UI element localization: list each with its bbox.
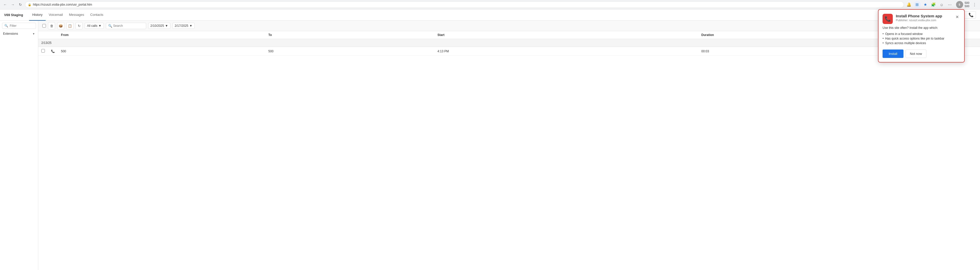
pwa-popup-header: 📞 Install Phone System app Publisher: nz… bbox=[878, 10, 964, 26]
chevron-down-icon: ▼ bbox=[32, 32, 35, 35]
date-from-chevron-icon: ▼ bbox=[165, 24, 168, 27]
pwa-close-button[interactable]: ✕ bbox=[954, 14, 960, 20]
tab-voicemail[interactable]: Voicemail bbox=[46, 10, 66, 21]
date-to-chevron-icon: ▼ bbox=[189, 24, 192, 27]
row-checkbox-cell bbox=[38, 47, 48, 56]
search-input[interactable] bbox=[113, 24, 144, 27]
reload-button[interactable]: ↻ bbox=[18, 2, 24, 8]
address-bar[interactable]: 🔒 https://nzuszt.vodia-pbx.com/usr_porta… bbox=[25, 1, 904, 8]
forward-button[interactable]: → bbox=[10, 2, 16, 8]
user-info: 5 500 500 ⋮ bbox=[956, 1, 978, 8]
search-icon: 🔍 bbox=[108, 24, 112, 28]
user-count: 500 500 bbox=[965, 1, 969, 8]
extensions-label: Extensions bbox=[3, 32, 18, 35]
install-button[interactable]: Install bbox=[883, 50, 904, 58]
pwa-popup-title: Install Phone System app bbox=[896, 14, 951, 18]
pwa-features-list: Opens in a focused window Has quick acce… bbox=[883, 32, 960, 45]
col-from: From bbox=[58, 31, 265, 39]
call-type-cell: 📞 bbox=[48, 47, 58, 56]
delete-button[interactable]: 🗑 bbox=[48, 22, 55, 29]
sidebar-search: 🔍 bbox=[2, 23, 36, 29]
calls-table: From To Start Duration 2/13/25 bbox=[38, 31, 980, 56]
filter-input[interactable] bbox=[10, 24, 34, 27]
search-box: 🔍 bbox=[106, 23, 146, 29]
url-text: https://nzuszt.vodia-pbx.com/usr_portal.… bbox=[33, 3, 92, 6]
app-container: V69 Staging History Voicemail Messages C… bbox=[0, 10, 980, 270]
browser-right-icons: 🔔 ⊞ ★ 🧩 ☺ ⋯ bbox=[905, 1, 953, 8]
filter-label: All calls bbox=[87, 24, 97, 27]
nav-tabs: History Voicemail Messages Contacts bbox=[29, 10, 107, 21]
profile-button[interactable]: ☺ bbox=[938, 1, 945, 8]
extensions-group: Extensions ▼ bbox=[2, 31, 36, 37]
col-start: Start bbox=[434, 31, 698, 39]
user-menu-button[interactable]: ⋮ bbox=[971, 1, 978, 8]
pwa-feature-1: Opens in a focused window bbox=[883, 32, 960, 36]
browser-toolbar: ← → ↻ 🔒 https://nzuszt.vodia-pbx.com/usr… bbox=[0, 0, 980, 9]
pwa-popup-body: Use this site often? Install the app whi… bbox=[878, 26, 964, 62]
content-area: 🔍 Extensions ▼ 🗑 📦 📋 ↻ All calls bbox=[0, 21, 980, 270]
archive-button[interactable]: 📦 bbox=[57, 22, 64, 29]
app-logo: V69 Staging bbox=[4, 13, 23, 17]
date-from-picker[interactable]: 2/10/2025 ▼ bbox=[148, 23, 170, 29]
pwa-feature-2: Has quick access options like pin to tas… bbox=[883, 36, 960, 41]
col-icon bbox=[48, 31, 58, 39]
pwa-description: Use this site often? Install the app whi… bbox=[883, 26, 960, 30]
incoming-call-icon: 📞 bbox=[51, 50, 55, 53]
install-app-button[interactable]: ⊞ bbox=[914, 1, 921, 8]
date-group-label: 2/13/25 bbox=[38, 39, 980, 47]
sidebar-search-icon: 🔍 bbox=[4, 24, 8, 27]
top-nav: V69 Staging History Voicemail Messages C… bbox=[0, 10, 980, 21]
pwa-title-area: Install Phone System app Publisher: nzus… bbox=[896, 14, 951, 22]
pwa-popup: 📞 Install Phone System app Publisher: nz… bbox=[878, 9, 965, 62]
notifications-button[interactable]: 🔔 bbox=[905, 1, 913, 8]
date-group-row: 2/13/25 bbox=[38, 39, 980, 47]
row-checkbox[interactable] bbox=[41, 49, 45, 53]
tab-messages[interactable]: Messages bbox=[66, 10, 87, 21]
extensions-header[interactable]: Extensions ▼ bbox=[2, 31, 36, 37]
call-button[interactable]: 📞 bbox=[966, 11, 976, 18]
filter-chevron-icon: ▼ bbox=[99, 24, 102, 27]
table-body: 2/13/25 📞 500 500 4:13 PM bbox=[38, 39, 980, 56]
pwa-feature-3: Syncs across multiple devices bbox=[883, 41, 960, 45]
tab-history[interactable]: History bbox=[29, 10, 45, 21]
col-checkbox bbox=[38, 31, 48, 39]
more-button[interactable]: ⋯ bbox=[946, 1, 953, 8]
lock-icon: 🔒 bbox=[28, 3, 31, 6]
toolbar: 🗑 📦 📋 ↻ All calls ▼ 🔍 2/10/2025 ▼ 2/17 bbox=[38, 21, 980, 31]
date-to-label: 2/17/2025 bbox=[175, 24, 188, 27]
to-cell: 500 bbox=[265, 47, 434, 56]
avatar: 5 bbox=[956, 1, 963, 8]
not-now-button[interactable]: Not now bbox=[905, 50, 926, 58]
table-container: From To Start Duration 2/13/25 bbox=[38, 31, 980, 270]
back-button[interactable]: ← bbox=[2, 2, 8, 8]
filter-dropdown[interactable]: All calls ▼ bbox=[85, 23, 104, 29]
date-from-label: 2/10/2025 bbox=[151, 24, 164, 27]
date-to-picker[interactable]: 2/17/2025 ▼ bbox=[172, 23, 195, 29]
from-cell: 500 bbox=[58, 47, 265, 56]
export-button[interactable]: 📋 bbox=[66, 22, 73, 29]
main-content: 🗑 📦 📋 ↻ All calls ▼ 🔍 2/10/2025 ▼ 2/17 bbox=[38, 21, 980, 270]
bookmark-button[interactable]: ★ bbox=[922, 1, 929, 8]
table-row: 📞 500 500 4:13 PM 00:03 bbox=[38, 47, 980, 56]
col-to: To bbox=[265, 31, 434, 39]
sidebar: 🔍 Extensions ▼ bbox=[0, 21, 38, 270]
select-all-checkbox[interactable] bbox=[42, 24, 46, 27]
start-cell: 4:13 PM bbox=[434, 47, 698, 56]
pwa-app-icon: 📞 bbox=[883, 14, 893, 24]
tab-contacts[interactable]: Contacts bbox=[87, 10, 107, 21]
table-header: From To Start Duration bbox=[38, 31, 980, 39]
pwa-publisher: Publisher: nzuszt.vodia-pbx.com bbox=[896, 19, 951, 22]
extension-icon[interactable]: 🧩 bbox=[930, 1, 937, 8]
browser-chrome: ← → ↻ 🔒 https://nzuszt.vodia-pbx.com/usr… bbox=[0, 0, 980, 10]
refresh-button[interactable]: ↻ bbox=[75, 22, 83, 29]
pwa-actions: Install Not now bbox=[883, 50, 960, 58]
